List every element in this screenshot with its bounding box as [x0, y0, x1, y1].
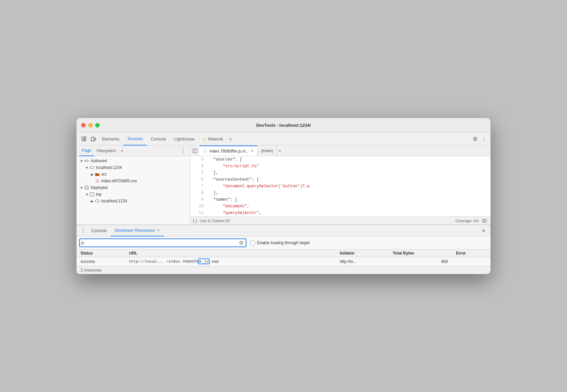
line-content-7: "document.querySelector('button')?.a	[204, 183, 490, 190]
col-url: URL	[125, 250, 336, 257]
close-button[interactable]	[81, 123, 86, 127]
svg-rect-14	[482, 219, 486, 222]
bottom-tabs-bar: ⋮ Console Developer Resources ✕ ✕	[77, 225, 490, 236]
tree-item-src[interactable]: src	[77, 171, 190, 178]
code-icon: <>	[84, 158, 89, 164]
filter-input[interactable]	[81, 240, 238, 245]
code-line-5: 5 ],	[190, 170, 490, 176]
tree-item-deployed[interactable]: Deployed	[77, 184, 190, 191]
tree-label-index-css: index.d9703d55.css	[101, 179, 137, 183]
resources-footer: 2 resources	[77, 266, 490, 274]
line-content-3: "sources": [	[204, 156, 490, 163]
line-num-5: 5	[190, 170, 204, 176]
line-num-3: 3	[190, 156, 204, 163]
file-tree: <> Authored localhost:1234	[77, 156, 190, 224]
line-content-10: "document",	[204, 203, 490, 210]
window-title: DevTools - localhost:1234/	[256, 123, 311, 128]
file-tabs-more-btn[interactable]: »	[277, 149, 283, 153]
code-line-9: 9 "names": [	[190, 196, 490, 203]
col-total-bytes: Total Bytes	[389, 250, 452, 257]
code-line-3: 3 "sources": [	[190, 156, 490, 163]
file-tab-close-btn[interactable]: ✕	[251, 149, 254, 153]
tab-console[interactable]: Console	[147, 133, 170, 145]
tab-page[interactable]: Page	[79, 145, 94, 156]
titlebar: DevTools - localhost:1234/	[77, 118, 490, 133]
file-icon: 📄	[203, 149, 208, 153]
tree-label-top: top	[96, 192, 102, 197]
left-panel-tabs: Page Filesystem » ⋮	[77, 145, 190, 156]
svg-rect-12	[193, 149, 197, 153]
coverage-label: Coverage: n/a	[455, 219, 478, 223]
device-toggle-btn[interactable]	[89, 134, 98, 144]
tree-label-localhost-deployed: localhost:1234	[101, 199, 127, 203]
table-row[interactable]: success http://local... /index.7808df6e.…	[77, 257, 490, 266]
tab-sources[interactable]: Sources	[123, 133, 147, 145]
expand-arrow-src	[90, 172, 95, 177]
expand-arrow-deployed	[79, 185, 84, 190]
screenshot-btn[interactable]	[481, 217, 488, 224]
bottom-panel: ⋮ Console Developer Resources ✕ ✕	[77, 224, 490, 274]
cell-url: http://local... /index.7808df6e.js.map	[125, 257, 336, 266]
file-tabs: 📄 index.7808df6e.js.m... ✕ (index) »	[190, 145, 490, 156]
cell-initiator: http://lo...	[336, 257, 388, 266]
minimize-button[interactable]	[88, 123, 93, 127]
inspect-icon-btn[interactable]	[79, 134, 89, 144]
maximize-button[interactable]	[95, 123, 100, 127]
right-panel: 📄 index.7808df6e.js.m... ✕ (index) »	[190, 145, 490, 224]
left-panel-more-btn[interactable]: »	[118, 149, 124, 153]
code-area[interactable]: 3 "sources": [ 4 "src/script.ts" 5 ],	[190, 156, 490, 216]
bottom-tab-menu-btn[interactable]: ⋮	[79, 227, 87, 235]
svg-rect-11	[90, 193, 94, 196]
code-line-8: 8 ],	[190, 190, 490, 196]
tree-item-top[interactable]: top	[77, 191, 190, 198]
css-file-icon: CSS	[95, 178, 100, 184]
tab-elements[interactable]: Elements	[98, 133, 123, 145]
tree-item-localhost-deployed[interactable]: localhost:1234	[77, 198, 190, 204]
line-content-9: "names": [	[204, 196, 490, 203]
cell-status: success	[77, 257, 125, 266]
tab-developer-resources[interactable]: Developer Resources ✕	[111, 225, 164, 236]
devtools-main: Page Filesystem » ⋮ <> Authored	[77, 145, 490, 274]
tree-item-localhost-authored[interactable]: localhost:1234	[77, 164, 190, 171]
tree-item-authored[interactable]: <> Authored	[77, 158, 190, 164]
status-bar: { } Line 4, Column 20 Coverage: n/a	[190, 216, 490, 224]
cursor-position: Line 4, Column 20	[200, 219, 229, 223]
left-panel: Page Filesystem » ⋮ <> Authored	[77, 145, 190, 224]
tab-lighthouse[interactable]: Lighthouse	[170, 133, 199, 145]
svg-point-15	[484, 220, 485, 222]
tree-label-deployed: Deployed	[91, 185, 108, 190]
filter-clear-btn[interactable]	[238, 240, 244, 246]
dev-resources-tab-close[interactable]: ✕	[157, 228, 160, 232]
line-content-6: "sourcesContent": [	[204, 176, 490, 183]
url-prefix: http://local... /index.7808df6	[129, 259, 198, 264]
col-initiator: Initiator	[336, 250, 388, 257]
tabs-more-btn[interactable]: »	[227, 134, 234, 144]
url-highlight-js: e.js	[198, 259, 210, 264]
file-tab-toggle[interactable]	[190, 146, 200, 156]
tree-label-src: src	[101, 172, 107, 177]
line-num-8: 8	[190, 190, 204, 196]
tab-network[interactable]: ⚠ Network	[199, 133, 227, 145]
svg-text:CSS: CSS	[96, 180, 99, 182]
format-btn[interactable]: { }	[193, 218, 197, 223]
code-table: 3 "sources": [ 4 "src/script.ts" 5 ],	[190, 156, 490, 216]
devtools-tabbar: Elements Sources Console Lighthouse ⚠ Ne…	[77, 133, 490, 145]
left-panel-menu-btn[interactable]: ⋮	[179, 147, 187, 155]
file-tab-index-html[interactable]: (index)	[257, 145, 277, 156]
devtools-window: DevTools - localhost:1234/ Elements Sour…	[76, 118, 491, 274]
settings-btn[interactable]: ⚙	[470, 134, 480, 144]
tree-item-index-css[interactable]: CSS index.d9703d55.css	[77, 178, 190, 184]
enable-loading-checkbox[interactable]	[250, 240, 255, 245]
checkbox-group: Enable loading through target	[250, 240, 310, 245]
traffic-lights	[81, 123, 100, 127]
devtools-menu-btn[interactable]: ⋮	[480, 134, 488, 144]
code-line-4: 4 "src/script.ts"	[190, 163, 490, 170]
cell-error	[452, 257, 490, 266]
bottom-panel-close-btn[interactable]: ✕	[480, 227, 488, 235]
tab-console-bottom[interactable]: Console	[87, 225, 111, 236]
tab-filesystem[interactable]: Filesystem	[94, 145, 118, 156]
line-content-11: "querySelector",	[204, 210, 490, 216]
line-content-8: ],	[204, 190, 490, 196]
resources-table: Status URL Initiator Total Bytes Error s…	[77, 250, 490, 266]
file-tab-index-js-map[interactable]: 📄 index.7808df6e.js.m... ✕	[200, 145, 257, 156]
